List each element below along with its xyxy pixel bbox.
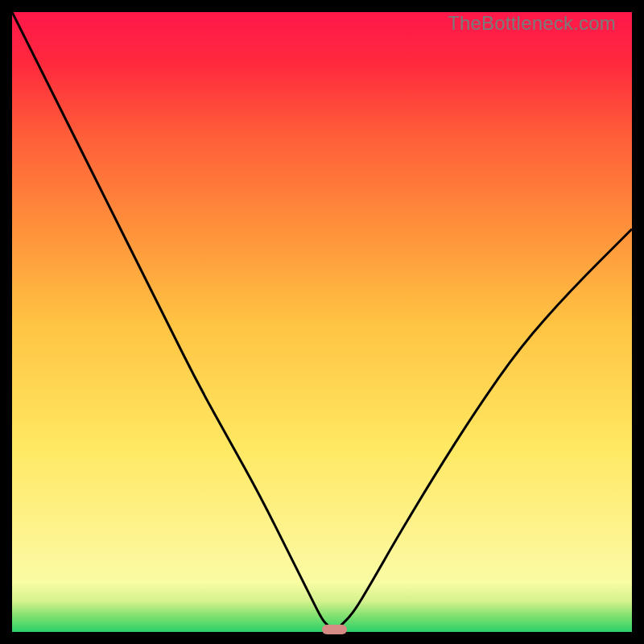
bottleneck-curve bbox=[12, 12, 632, 630]
chart-frame: TheBottleneck.com bbox=[0, 0, 644, 644]
plot-area: TheBottleneck.com bbox=[12, 12, 632, 632]
optimal-marker bbox=[322, 625, 347, 634]
curve-svg bbox=[12, 12, 632, 632]
